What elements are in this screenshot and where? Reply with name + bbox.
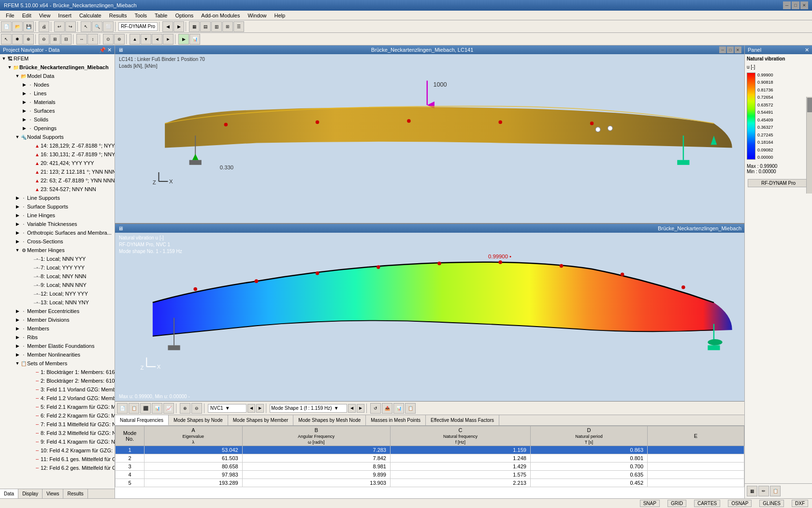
- tab-mode-shapes-node[interactable]: Mode Shapes by Node: [169, 415, 228, 425]
- tree-hinge-13[interactable]: ·–•–13: Local; NNN YNY: [0, 298, 115, 307]
- menu-tools[interactable]: Tools: [130, 12, 151, 19]
- tree-materials[interactable]: ▶·Materials: [0, 98, 115, 106]
- toolbar-new[interactable]: 📄: [1, 21, 12, 32]
- close-button[interactable]: ✕: [800, 1, 808, 9]
- toolbar2-btn6[interactable]: ⊟: [61, 34, 72, 45]
- menu-insert[interactable]: Insert: [54, 12, 75, 19]
- mode-shape-dropdown[interactable]: Mode Shape 1 (f : 1.159 Hz) ▼: [270, 404, 347, 413]
- menu-calculate[interactable]: Calculate: [75, 12, 105, 19]
- tree-set-3[interactable]: ·╌3: Feld 1.1 Vorland GZG: Memb: [0, 385, 115, 394]
- expand-project[interactable]: ▼: [7, 64, 13, 70]
- col-header-a[interactable]: AEigenvalueλ: [145, 426, 243, 446]
- tree-member-divisions[interactable]: ▶·Member Divisions: [0, 315, 115, 324]
- tree-project[interactable]: ▼ 📁 Brücke_Neckartenzlingen_Miebach: [0, 63, 115, 72]
- tree-openings[interactable]: ▶·Openings: [0, 124, 115, 133]
- tree-hinge-1[interactable]: ·–•–1: Local; NNN YYY: [0, 254, 115, 263]
- toolbar-btn-d[interactable]: ⊞: [222, 21, 233, 32]
- tree-nodal-23[interactable]: ·▲23: 524-527; NNY NNN: [0, 185, 115, 194]
- tree-nodes[interactable]: ▶·Nodes: [0, 80, 115, 89]
- mode-back[interactable]: ◀: [348, 404, 356, 413]
- tree-var-thick[interactable]: ▶·Variable Thicknesses: [0, 220, 115, 228]
- menu-window[interactable]: Window: [244, 12, 270, 19]
- status-osnap[interactable]: OSNAP: [728, 500, 752, 507]
- toolbar2-btn7[interactable]: ↔: [76, 34, 87, 45]
- panel-icon-2[interactable]: ✏: [758, 486, 769, 496]
- results-tb-7[interactable]: ⊖: [191, 403, 202, 414]
- tree-lines[interactable]: ▶·Lines: [0, 89, 115, 98]
- toolbar2-btn10[interactable]: ⊚: [114, 34, 125, 45]
- tab-data[interactable]: Data: [0, 489, 18, 498]
- toolbar2-btn8[interactable]: ↕: [87, 34, 98, 45]
- tree-nodal-16[interactable]: ·▲16: 130,131; Z -67.8189 °; NNY N: [0, 150, 115, 159]
- tree-ortho[interactable]: ▶·Orthotropic Surfaces and Membra...: [0, 228, 115, 237]
- status-glines[interactable]: GLINES: [759, 500, 784, 507]
- navigator-pin[interactable]: 📌: [99, 47, 106, 53]
- tree-solids[interactable]: ▶·Solids: [0, 115, 115, 124]
- tree-set-7[interactable]: ·╌7: Feld 3.1 Mittelfeld für GZG: N: [0, 420, 115, 429]
- tab-display[interactable]: Display: [18, 489, 43, 498]
- tree-nonlinearities[interactable]: ▶·Member Nonlinearities: [0, 350, 115, 359]
- toolbar2-results[interactable]: 📊: [189, 34, 200, 45]
- tree-nodal-14[interactable]: ·▲14: 128,129; Z -67.8188 °; NYY N: [0, 141, 115, 150]
- toolbar2-btn5[interactable]: ⊞: [50, 34, 60, 45]
- viewport-close[interactable]: ✕: [735, 46, 741, 53]
- mode-arrow[interactable]: ▼: [334, 405, 339, 411]
- tab-modal-mass[interactable]: Effective Modal Mass Factors: [426, 415, 499, 425]
- tree-member-hinges[interactable]: ▼ ⚙ Member Hinges: [0, 246, 115, 254]
- table-row[interactable]: 1 53.042 7.283 1.159 0.863: [116, 446, 744, 454]
- tree-set-6[interactable]: ·╌6: Feld 2.2 Kragarm für GZG: M: [0, 411, 115, 420]
- tab-results[interactable]: Results: [63, 489, 87, 498]
- tree-line-hinges[interactable]: ▶·Line Hinges: [0, 211, 115, 220]
- table-row[interactable]: 5 193.289 13.903 2.213 0.452: [116, 479, 744, 487]
- viewport-max[interactable]: □: [727, 46, 734, 53]
- navigator-close[interactable]: ✕: [107, 47, 112, 53]
- expand-model-data[interactable]: ▼: [14, 73, 20, 79]
- toolbar-open[interactable]: 📂: [12, 21, 23, 32]
- results-tb-4[interactable]: 📊: [152, 403, 162, 414]
- top-viewport[interactable]: 🖥 Brücke_Neckartenzlingen_Miebach, LC141…: [115, 45, 744, 224]
- menu-options[interactable]: Options: [171, 12, 197, 19]
- results-tb-3[interactable]: ⬛: [140, 403, 151, 414]
- minimize-button[interactable]: ─: [783, 1, 791, 9]
- tree-cross-sections[interactable]: ▶·Cross-Sections: [0, 237, 115, 246]
- toolbar2-btn11[interactable]: ▲: [130, 34, 140, 45]
- toolbar2-btn4[interactable]: ⊖: [39, 34, 49, 45]
- bottom-viewport[interactable]: 🖥 Brücke_Neckartenzlingen_Miebach Natura…: [115, 224, 744, 402]
- toolbar-back[interactable]: ◀: [162, 21, 173, 32]
- toolbar2-btn2[interactable]: ✱: [12, 34, 23, 45]
- tree-elastic-foundations[interactable]: ▶·Member Elastic Foundations: [0, 342, 115, 350]
- toolbar-btn-a[interactable]: ▦: [189, 21, 200, 32]
- status-cartes[interactable]: CARTES: [694, 500, 720, 507]
- menu-table[interactable]: Table: [151, 12, 171, 19]
- tree-model-data[interactable]: ▼ 📂 Model Data: [0, 72, 115, 80]
- toolbar2-btn13[interactable]: ◄: [152, 34, 162, 45]
- menu-file[interactable]: File: [2, 12, 18, 19]
- col-header-mode[interactable]: Mode No.: [116, 426, 145, 446]
- tree-set-12[interactable]: ·╌12: Feld 6.2 ges. Mittelfeld für G...: [0, 463, 115, 472]
- tree-sets-of-members[interactable]: ▼ 📋 Sets of Members: [0, 359, 115, 368]
- toolbar2-btn12[interactable]: ▼: [141, 34, 151, 45]
- menu-addon[interactable]: Add-on Modules: [197, 12, 244, 19]
- tree-set-1[interactable]: ·╌1: Blockträger 1: Members: 616,: [0, 368, 115, 376]
- toolbar2-btn14[interactable]: ►: [163, 34, 174, 45]
- expand-root[interactable]: ▼: [1, 56, 7, 61]
- tree-hinge-9[interactable]: ·–•–9: Local; NNN NNY: [0, 281, 115, 289]
- tree-ribs[interactable]: ▶·Ribs: [0, 333, 115, 342]
- toolbar-btn-c[interactable]: ▥: [211, 21, 222, 32]
- status-grid[interactable]: GRID: [667, 500, 686, 507]
- menu-results[interactable]: Results: [105, 12, 131, 19]
- status-dxf[interactable]: DXF: [792, 500, 808, 507]
- toolbar-select[interactable]: ↖: [81, 21, 91, 32]
- toolbar-redo[interactable]: ↪: [65, 21, 76, 32]
- results-tb-2[interactable]: 📋: [129, 403, 139, 414]
- nvc-arrow[interactable]: ▼: [225, 405, 230, 411]
- toolbar-save[interactable]: 💾: [23, 21, 34, 32]
- tree-set-5[interactable]: ·╌5: Feld 2.1 Kragarm für GZG: M: [0, 403, 115, 411]
- tree-surface-supports[interactable]: ▶·Surface Supports: [0, 202, 115, 211]
- tree-line-supports[interactable]: ▶·Line Supports: [0, 194, 115, 202]
- panel-icon-1[interactable]: ▦: [747, 486, 757, 496]
- panel-icon-3[interactable]: 📋: [770, 486, 781, 496]
- menu-help[interactable]: Help: [271, 12, 290, 19]
- table-row[interactable]: 4 97.983 9.899 1.575 0.635: [116, 471, 744, 479]
- tab-views[interactable]: Views: [43, 489, 64, 498]
